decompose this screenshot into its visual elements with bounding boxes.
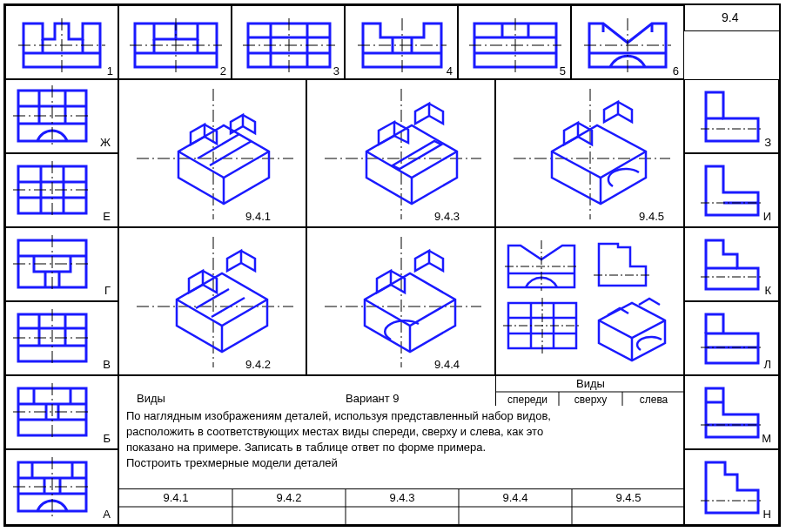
left-label-b: Б	[103, 432, 111, 445]
iso-label-3: 9.4.3	[434, 210, 460, 223]
instruction-text: По наглядным изображениям деталей, испол…	[118, 406, 684, 502]
left-label-zh: Ж	[100, 136, 111, 149]
top-view-5-number: 5	[560, 64, 566, 77]
views-col-top: сверху	[559, 394, 622, 406]
right-view-l: Л	[684, 301, 779, 375]
left-view-g: Г	[5, 227, 118, 301]
left-label-e: Е	[103, 210, 111, 223]
top-view-4-number: 4	[447, 64, 453, 77]
right-label-n: Н	[763, 508, 771, 521]
right-view-n: Н	[684, 449, 779, 525]
views-col-front: спереди	[496, 394, 559, 406]
right-label-k: К	[764, 284, 771, 297]
instr-line-2: расположить в соответствующих местах вид…	[126, 425, 543, 438]
answer-row: 9.4.1 9.4.2 9.4.3 9.4.4 9.4.5	[118, 488, 684, 525]
top-view-1: 1	[5, 5, 118, 79]
example-cell: 6 Е Н	[495, 227, 684, 375]
left-view-v: В	[5, 301, 118, 375]
right-view-i: И	[684, 153, 779, 227]
iso-label-4: 9.4.4	[434, 358, 460, 371]
page-code-box: 9.4	[684, 5, 779, 31]
top-view-6-number: 6	[673, 64, 679, 77]
answer-head-4: 9.4.4	[459, 491, 572, 504]
instr-line-4: Построить трехмерные модели деталей	[126, 456, 338, 469]
right-label-i: И	[763, 210, 771, 223]
iso-cell-2: 9.4.2	[118, 227, 306, 375]
top-view-4: 4	[345, 5, 458, 79]
top-view-1-number: 1	[107, 64, 113, 77]
left-label-a: А	[103, 508, 111, 521]
instr-line-3: показано на примере. Записать в таблице …	[126, 441, 486, 454]
variant-heading: Вариант 9	[346, 392, 400, 405]
answer-head-1: 9.4.1	[119, 491, 232, 504]
right-view-k: К	[684, 227, 779, 301]
answer-head-5: 9.4.5	[572, 491, 685, 504]
right-view-z: З	[684, 79, 779, 153]
iso-label-5: 9.4.5	[639, 210, 664, 223]
iso-cell-5: 9.4.5	[495, 79, 684, 227]
right-label-z: З	[764, 136, 771, 149]
page-frame: 1 2	[3, 3, 781, 527]
iso-cell-1: 9.4.1	[118, 79, 306, 227]
left-view-b: Б	[5, 375, 118, 449]
instr-line-1: По наглядным изображениям деталей, испол…	[126, 409, 551, 422]
iso-label-2: 9.4.2	[245, 358, 271, 371]
left-view-zh: Ж	[5, 79, 118, 153]
right-label-l: Л	[763, 358, 771, 371]
right-label-m: М	[762, 432, 771, 445]
iso-cell-3: 9.4.3	[306, 79, 495, 227]
answer-head-2: 9.4.2	[232, 491, 346, 504]
iso-label-1: 9.4.1	[245, 210, 271, 223]
views-mini-caption: Виды	[496, 377, 685, 390]
page-code: 9.4	[722, 10, 738, 24]
top-view-2: 2	[118, 5, 232, 79]
views-heading: Виды	[137, 392, 165, 405]
left-label-g: Г	[104, 284, 111, 297]
answer-head-3: 9.4.3	[346, 491, 459, 504]
left-label-v: В	[103, 358, 111, 371]
top-view-3-number: 3	[333, 64, 339, 77]
top-view-6: 6	[571, 5, 684, 79]
top-view-3: 3	[232, 5, 345, 79]
top-view-2-number: 2	[220, 64, 226, 77]
iso-cell-4: 9.4.4	[306, 227, 495, 375]
top-view-5: 5	[458, 5, 571, 79]
left-view-e: Е	[5, 153, 118, 227]
left-view-a: А	[5, 449, 118, 525]
right-view-m: М	[684, 375, 779, 449]
views-col-left: слева	[622, 394, 685, 406]
